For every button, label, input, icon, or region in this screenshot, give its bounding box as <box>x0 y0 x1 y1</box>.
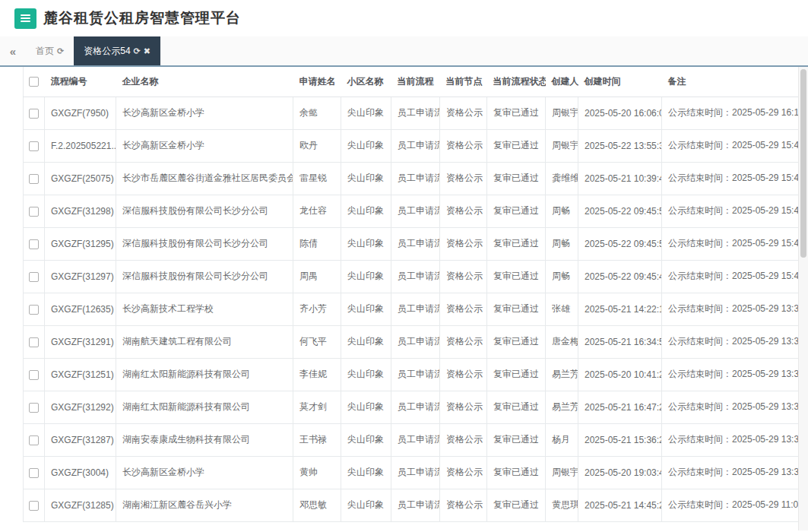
table-cell: 周禺 <box>293 260 341 293</box>
table-row[interactable]: GXGZF(25075)长沙市岳麓区麓谷街道金雅社区居民委员会雷星锐尖山印象员工… <box>24 162 799 195</box>
row-checkbox[interactable] <box>29 337 39 347</box>
table-row[interactable]: GXGZF(31251)湖南红太阳新能源科技有限公司李佳妮尖山印象员工申请流程资… <box>24 358 799 391</box>
table-cell: 深信服科技股份有限公司长沙分公司 <box>116 195 293 227</box>
table-cell: 复审已通过 <box>487 195 546 227</box>
table-cell: 2025-05-21 14:45:25 <box>578 489 662 521</box>
table-cell: 长沙高新技术工程学校 <box>116 293 293 325</box>
column-header: 创建时间 <box>578 67 662 97</box>
table-row[interactable]: GXGZF(31291)湖南航天建筑工程有限公司何飞平尖山印象员工申请流程资格公… <box>24 325 799 358</box>
table-cell: 尖山印象 <box>341 195 391 227</box>
table-cell: 资格公示 <box>440 129 487 162</box>
tab-home-label: 首页 <box>36 45 54 58</box>
table-cell: 湖南安泰康成生物科技有限公司 <box>116 423 293 456</box>
table-cell: 湖南红太阳新能源科技有限公司 <box>116 358 293 391</box>
table-cell: 资格公示 <box>440 293 487 325</box>
table-cell: 尖山印象 <box>341 456 391 489</box>
table-row[interactable]: GXGZF(7950)长沙高新区金桥小学余懿尖山印象员工申请流程资格公示复审已通… <box>24 97 799 129</box>
table-cell: 雷星锐 <box>293 162 341 195</box>
select-all-checkbox[interactable] <box>29 77 39 87</box>
table-cell: 公示结束时间：2025-05-29 16:17:17 <box>662 97 799 129</box>
table-row[interactable]: F.2.202505221...长沙高新区金桥小学欧丹尖山印象员工申请流程资格公… <box>24 129 799 162</box>
table-cell: 复审已通过 <box>487 325 546 358</box>
row-checkbox[interactable] <box>29 305 39 315</box>
table-cell: 尖山印象 <box>341 260 391 293</box>
table-cell: 复审已通过 <box>487 358 546 391</box>
table-cell: 资格公示 <box>440 97 487 129</box>
row-checkbox[interactable] <box>29 435 39 445</box>
row-checkbox[interactable] <box>29 239 39 249</box>
table-cell: 员工申请流程 <box>391 358 440 391</box>
close-icon[interactable]: ✖ <box>144 46 151 56</box>
table-cell: 复审已通过 <box>487 97 546 129</box>
table-cell: 资格公示 <box>440 391 487 423</box>
column-header: 流程编号 <box>45 67 116 97</box>
row-checkbox[interactable] <box>29 141 39 151</box>
tab-qualification-publicity[interactable]: 资格公示54 ⟳ ✖ <box>74 36 160 65</box>
table-cell: 复审已通过 <box>487 227 546 260</box>
table-row[interactable]: GXGZF(31295)深信服科技股份有限公司长沙分公司陈倩尖山印象员工申请流程… <box>24 227 799 260</box>
tab-home[interactable]: 首页 ⟳ <box>26 36 74 65</box>
row-checkbox-cell <box>24 129 45 162</box>
table-cell: 复审已通过 <box>487 129 546 162</box>
select-all-cell <box>24 67 45 97</box>
row-checkbox-cell <box>24 391 45 423</box>
vertical-scrollbar[interactable] <box>798 67 808 530</box>
row-checkbox[interactable] <box>29 468 39 478</box>
row-checkbox[interactable] <box>29 109 39 119</box>
table-cell: 李佳妮 <box>293 358 341 391</box>
page-title: 麓谷租赁公租房智慧管理平台 <box>43 8 241 28</box>
table-cell: 公示结束时间：2025-05-29 15:44:19 <box>662 195 799 227</box>
table-row[interactable]: GXGZF(31298)深信服科技股份有限公司长沙分公司龙仕容尖山印象员工申请流… <box>24 195 799 227</box>
table-cell: 资格公示 <box>440 456 487 489</box>
tab-bar: « 首页 ⟳ 资格公示54 ⟳ ✖ <box>0 36 808 67</box>
refresh-icon[interactable]: ⟳ <box>134 46 141 56</box>
collapse-tabs-icon[interactable]: « <box>0 36 26 65</box>
table-cell: 员工申请流程 <box>391 129 440 162</box>
table-row[interactable]: GXGZF(3004)长沙高新区金桥小学黄帅尖山印象员工申请流程资格公示复审已通… <box>24 456 799 489</box>
row-checkbox-cell <box>24 358 45 391</box>
table-row[interactable]: GXGZF(31287)湖南安泰康成生物科技有限公司王书禄尖山印象员工申请流程资… <box>24 423 799 456</box>
scrollbar-thumb[interactable] <box>800 69 806 258</box>
table-cell: 尖山印象 <box>341 358 391 391</box>
table-cell: 员工申请流程 <box>391 391 440 423</box>
table-cell: GXGZF(31285) <box>45 489 116 521</box>
table-cell: 复审已通过 <box>487 162 546 195</box>
table-row[interactable]: GXGZF(31297)深信服科技股份有限公司长沙分公司周禺尖山印象员工申请流程… <box>24 260 799 293</box>
table-cell: 尖山印象 <box>341 162 391 195</box>
table-cell: 尖山印象 <box>341 423 391 456</box>
row-checkbox-cell <box>24 162 45 195</box>
table-row[interactable]: GXGZF(12635)长沙高新技术工程学校齐小芳尖山印象员工申请流程资格公示复… <box>24 293 799 325</box>
table-cell: 尖山印象 <box>341 293 391 325</box>
column-header: 小区名称 <box>341 67 391 97</box>
row-checkbox-cell <box>24 97 45 129</box>
row-checkbox-cell <box>24 260 45 293</box>
menu-toggle-button[interactable] <box>14 8 36 29</box>
table-cell: 资格公示 <box>440 325 487 358</box>
table-cell: 资格公示 <box>440 358 487 391</box>
row-checkbox[interactable] <box>29 174 39 184</box>
table-cell: 公示结束时间：2025-05-29 15:44:37 <box>662 162 799 195</box>
row-checkbox[interactable] <box>29 370 39 380</box>
refresh-icon[interactable]: ⟳ <box>57 46 64 56</box>
table-cell: GXGZF(7950) <box>45 97 116 129</box>
row-checkbox[interactable] <box>29 403 39 413</box>
table-cell: 复审已通过 <box>487 293 546 325</box>
table-cell: 黄帅 <box>293 456 341 489</box>
row-checkbox[interactable] <box>29 501 39 511</box>
column-header: 申请姓名 <box>293 67 341 97</box>
row-checkbox[interactable] <box>29 207 39 217</box>
table-cell: 2025-05-21 15:36:25 <box>578 423 662 456</box>
table-cell: GXGZF(31295) <box>45 227 116 260</box>
table-row[interactable]: GXGZF(31292)湖南红太阳新能源科技有限公司莫才剑尖山印象员工申请流程资… <box>24 391 799 423</box>
table-cell: 员工申请流程 <box>391 97 440 129</box>
table-cell: 黄思琪 <box>546 489 578 521</box>
row-checkbox[interactable] <box>29 272 39 282</box>
table-cell: 员工申请流程 <box>391 456 440 489</box>
table-cell: 周银宇 <box>546 456 578 489</box>
table-cell: 复审已通过 <box>487 456 546 489</box>
table-cell: 复审已通过 <box>487 423 546 456</box>
table-cell: GXGZF(25075) <box>45 162 116 195</box>
table-cell: 陈倩 <box>293 227 341 260</box>
table-row[interactable]: GXGZF(31285)湖南湘江新区麓谷岳兴小学邓思敏尖山印象员工申请流程资格公… <box>24 489 799 521</box>
table-cell: 公示结束时间：2025-05-29 15:44:04 <box>662 260 799 293</box>
